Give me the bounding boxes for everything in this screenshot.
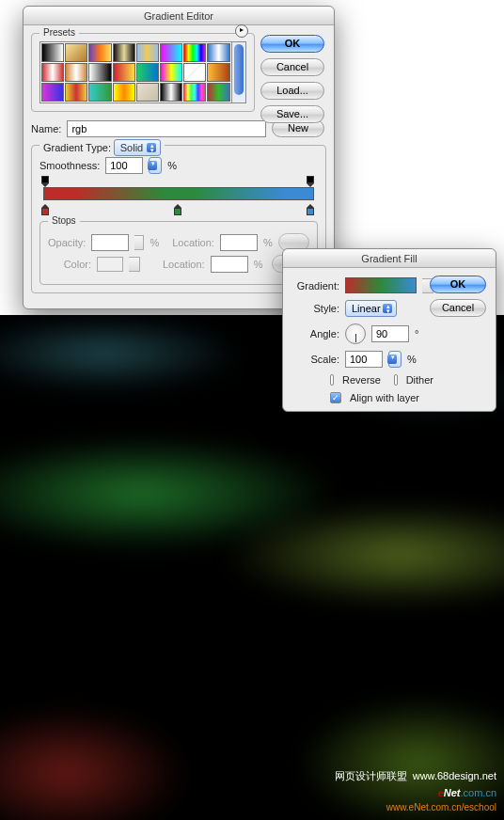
- preset-swatch[interactable]: [65, 83, 87, 102]
- color-label: Color:: [48, 259, 91, 270]
- smoothness-dropdown-icon[interactable]: ▾: [149, 157, 162, 174]
- gf-angle-label: Angle:: [292, 328, 339, 339]
- preset-swatch[interactable]: [207, 63, 229, 82]
- preset-swatch[interactable]: [207, 83, 229, 102]
- opacity-dropdown-icon: [134, 235, 144, 250]
- watermark: 网页设计师联盟 www.68design.net eNet.com.cn www…: [335, 769, 496, 814]
- load-button[interactable]: Load...: [260, 82, 324, 100]
- smoothness-input[interactable]: [105, 157, 143, 174]
- align-label: Align with layer: [350, 392, 419, 403]
- gf-scale-label: Scale:: [292, 354, 339, 365]
- preset-swatch[interactable]: [113, 83, 135, 102]
- preset-swatch[interactable]: [88, 43, 111, 62]
- gradient-fill-title: Gradient Fill: [283, 249, 496, 268]
- color-dropdown-icon: [129, 257, 140, 272]
- color-location-input: [211, 256, 248, 273]
- stops-legend: Stops: [48, 215, 80, 226]
- preset-swatch[interactable]: [41, 43, 64, 62]
- gradient-name-input[interactable]: [67, 120, 266, 137]
- opacity-input: [91, 234, 129, 251]
- preset-swatch[interactable]: [88, 63, 111, 82]
- preset-swatch[interactable]: [65, 43, 87, 62]
- preset-swatch[interactable]: [136, 63, 159, 82]
- opacity-label: Opacity:: [48, 237, 86, 248]
- name-label: Name:: [31, 123, 61, 134]
- opacity-stop-left[interactable]: [41, 176, 51, 187]
- presets-legend: Presets: [39, 27, 79, 38]
- color-location-label: Location:: [163, 259, 205, 270]
- gf-cancel-button[interactable]: Cancel: [430, 299, 486, 317]
- reverse-checkbox[interactable]: [330, 374, 334, 386]
- gf-ok-button[interactable]: OK: [430, 276, 486, 293]
- preset-swatch[interactable]: [136, 43, 159, 62]
- presets-scrollbar[interactable]: [232, 41, 246, 103]
- preset-swatch[interactable]: [65, 63, 87, 82]
- color-well: [97, 257, 123, 272]
- preset-swatch[interactable]: [41, 63, 64, 82]
- presets-grid[interactable]: [39, 41, 232, 103]
- preset-swatch[interactable]: [88, 83, 111, 102]
- cancel-button[interactable]: Cancel: [260, 58, 324, 76]
- scale-input[interactable]: [345, 351, 383, 368]
- align-checkbox[interactable]: ✓: [330, 392, 341, 403]
- save-button[interactable]: Save...: [260, 105, 324, 123]
- preset-swatch[interactable]: [160, 63, 182, 82]
- reverse-label: Reverse: [342, 374, 381, 386]
- dither-label: Dither: [406, 374, 433, 386]
- dither-checkbox[interactable]: [394, 374, 398, 386]
- ok-button[interactable]: OK: [260, 35, 324, 53]
- opacity-stop-right[interactable]: [307, 176, 316, 187]
- preset-swatch[interactable]: [160, 43, 182, 62]
- preset-swatch[interactable]: [160, 83, 182, 102]
- smoothness-label: Smoothness:: [39, 160, 100, 171]
- angle-input[interactable]: [371, 325, 409, 342]
- preset-swatch[interactable]: [113, 43, 135, 62]
- gradient-bar[interactable]: [43, 183, 314, 204]
- preset-swatch[interactable]: [207, 43, 229, 62]
- scale-dropdown-icon[interactable]: ▾: [388, 351, 402, 368]
- gradient-type-label: Gradient Type:: [43, 142, 111, 153]
- color-stop-green[interactable]: [174, 204, 183, 215]
- gradient-preview[interactable]: [345, 277, 417, 293]
- gf-style-label: Style:: [292, 303, 339, 314]
- preset-swatch[interactable]: [113, 63, 135, 82]
- gradient-fill-window: Gradient Fill OK Cancel Gradient: Style:…: [282, 248, 496, 412]
- presets-flyout-icon[interactable]: ▸: [235, 24, 248, 38]
- preset-swatch[interactable]: [136, 83, 159, 102]
- gradient-editor-title: Gradient Editor: [24, 7, 334, 25]
- gradient-type-select[interactable]: Solid▴▾: [114, 139, 161, 156]
- style-select[interactable]: Linear▴▾: [345, 300, 397, 317]
- preset-swatch[interactable]: [183, 83, 206, 102]
- opacity-location-input: [220, 234, 258, 251]
- opacity-location-label: Location:: [172, 237, 214, 248]
- preset-swatch[interactable]: [183, 63, 206, 82]
- color-stop-red[interactable]: [41, 204, 51, 215]
- angle-dial[interactable]: [345, 323, 366, 344]
- color-stop-blue[interactable]: [307, 204, 316, 215]
- gf-gradient-label: Gradient:: [292, 280, 339, 292]
- preset-swatch[interactable]: [41, 83, 64, 102]
- preset-swatch[interactable]: [183, 43, 206, 62]
